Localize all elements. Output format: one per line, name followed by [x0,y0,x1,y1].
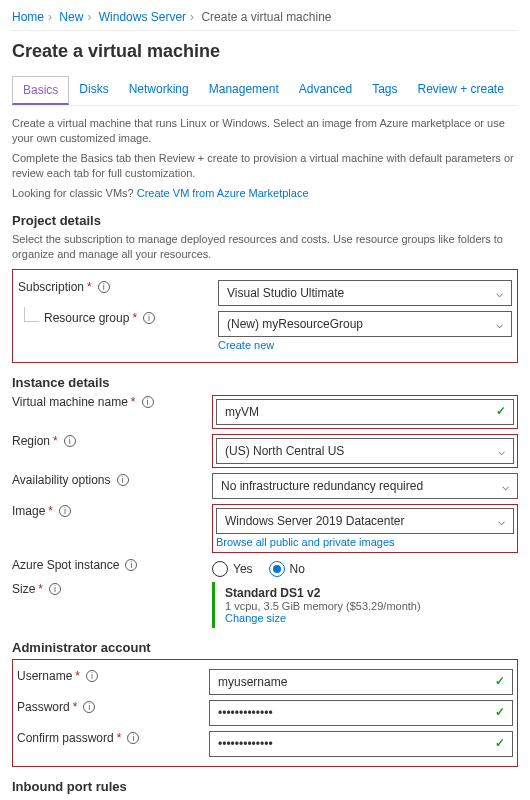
size-display: Standard DS1 v2 1 vcpu, 3.5 GiB memory (… [212,582,518,628]
chevron-down-icon: ⌵ [498,514,505,528]
subscription-select[interactable]: Visual Studio Ultimate ⌵ [218,280,512,306]
breadcrumb: Home› New› Windows Server› Create a virt… [12,10,518,31]
region-label: Region* i [12,434,212,448]
create-new-rg-link[interactable]: Create new [218,339,274,351]
tabs: Basics Disks Networking Management Advan… [12,76,518,106]
page-title: Create a virtual machine [12,41,518,62]
breadcrumb-home[interactable]: Home [12,10,44,24]
info-icon[interactable]: i [59,505,71,517]
availability-select[interactable]: No infrastructure redundancy required ⌵ [212,473,518,499]
info-icon[interactable]: i [83,701,95,713]
confirm-password-label: Confirm password* i [17,731,209,745]
breadcrumb-windows-server[interactable]: Windows Server [99,10,186,24]
intro-line-3: Looking for classic VMs? Create VM from … [12,186,518,201]
vm-name-input[interactable] [216,399,514,425]
tab-advanced[interactable]: Advanced [289,76,362,105]
spot-label: Azure Spot instance i [12,558,212,572]
project-details-heading: Project details [12,213,518,228]
create-vm-marketplace-link[interactable]: Create VM from Azure Marketplace [137,187,309,199]
resource-group-label: Resource group* i [18,311,218,325]
username-label: Username* i [17,669,209,683]
size-detail: 1 vcpu, 3.5 GiB memory ($53.29/month) [225,600,508,612]
availability-label: Availability options i [12,473,212,487]
info-icon[interactable]: i [125,559,137,571]
info-icon[interactable]: i [127,732,139,744]
chevron-right-icon: › [87,10,91,24]
chevron-down-icon: ⌵ [502,479,509,493]
vm-name-label: Virtual machine name* i [12,395,212,409]
info-icon[interactable]: i [86,670,98,682]
size-name: Standard DS1 v2 [225,586,508,600]
spot-yes-radio[interactable]: Yes [212,561,253,577]
breadcrumb-current: Create a virtual machine [201,10,331,24]
tab-review-create[interactable]: Review + create [408,76,514,105]
spot-yes-label: Yes [233,562,253,576]
chevron-right-icon: › [190,10,194,24]
tab-networking[interactable]: Networking [119,76,199,105]
info-icon[interactable]: i [98,281,110,293]
info-icon[interactable]: i [64,435,76,447]
change-size-link[interactable]: Change size [225,612,286,624]
intro-line-1: Create a virtual machine that runs Linux… [12,116,518,147]
chevron-right-icon: › [48,10,52,24]
classic-vm-prompt: Looking for classic VMs? [12,187,137,199]
password-input[interactable] [209,700,513,726]
size-label: Size* i [12,582,212,596]
intro-line-2: Complete the Basics tab then Review + cr… [12,151,518,182]
chevron-down-icon: ⌵ [498,444,505,458]
ports-heading: Inbound port rules [12,779,518,794]
password-label: Password* i [17,700,209,714]
tab-management[interactable]: Management [199,76,289,105]
breadcrumb-new[interactable]: New [59,10,83,24]
spot-no-label: No [290,562,305,576]
spot-no-radio[interactable]: No [269,561,305,577]
project-details-desc: Select the subscription to manage deploy… [12,232,518,263]
confirm-password-input[interactable] [209,731,513,757]
username-input[interactable] [209,669,513,695]
tab-basics[interactable]: Basics [12,76,69,105]
resource-group-select[interactable]: (New) myResourceGroup ⌵ [218,311,512,337]
chevron-down-icon: ⌵ [496,317,503,331]
instance-details-heading: Instance details [12,375,518,390]
info-icon[interactable]: i [49,583,61,595]
browse-images-link[interactable]: Browse all public and private images [216,536,395,548]
subscription-label: Subscription* i [18,280,218,294]
tab-tags[interactable]: Tags [362,76,407,105]
region-select[interactable]: (US) North Central US ⌵ [216,438,514,464]
image-select[interactable]: Windows Server 2019 Datacenter ⌵ [216,508,514,534]
info-icon[interactable]: i [117,474,129,486]
tab-disks[interactable]: Disks [69,76,118,105]
info-icon[interactable]: i [143,312,155,324]
info-icon[interactable]: i [142,396,154,408]
chevron-down-icon: ⌵ [496,286,503,300]
image-label: Image* i [12,504,212,518]
admin-heading: Administrator account [12,640,518,655]
